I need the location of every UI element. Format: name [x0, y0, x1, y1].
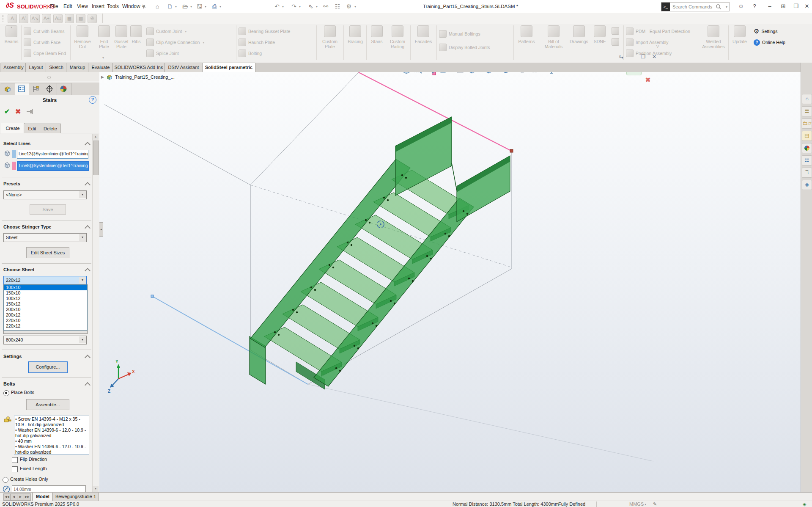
tab-solidworks-add-ins[interactable]: SOLIDWORKS Add-Ins — [112, 63, 165, 72]
tab-display-manager[interactable] — [57, 83, 71, 95]
undo-icon[interactable]: ↶ — [273, 2, 281, 11]
dropdown-caret-icon[interactable]: ▾ — [79, 277, 86, 284]
scroll-up-icon[interactable]: ▲ — [93, 134, 99, 140]
save-icon[interactable]: 🖫︎▣ — [195, 2, 204, 11]
ribbon-drawings-button[interactable]: Drawings — [568, 25, 590, 44]
confirm-cancel-overlay-button[interactable]: ✖ — [642, 75, 653, 85]
tab-assembly[interactable]: Assembly — [1, 63, 26, 72]
search-input[interactable]: Search Commands — [672, 3, 712, 11]
tab-feature-manager[interactable] — [1, 83, 16, 95]
left-stringer[interactable] — [250, 159, 410, 347]
open-document-icon[interactable]: 🗁︎▱ — [181, 2, 189, 11]
tab-dstv-assistant[interactable]: DStV Assistant — [164, 63, 203, 72]
magnet-mate-icon[interactable]: ⚯ — [321, 2, 330, 11]
report-options-icon[interactable]: ☷ — [333, 2, 342, 11]
scrollbar-thumb[interactable] — [93, 141, 99, 175]
option-220x12[interactable]: 220x12 — [4, 323, 87, 329]
select-cursor-icon[interactable]: ⇖ — [307, 2, 315, 11]
units-caret-icon[interactable]: ▴ — [645, 501, 646, 507]
select-lines-collapse-icon[interactable] — [85, 142, 91, 148]
configure-button[interactable]: Configure... — [28, 361, 68, 373]
stairs-3d-model[interactable] — [250, 117, 510, 389]
ribbon-cope-beam-end-button[interactable]: Cope Beam End — [24, 49, 66, 58]
weld-symbol-icon[interactable]: ✇︎ — [88, 14, 97, 23]
ribbon-cut-with-beams-button[interactable]: Cut with Beams — [24, 27, 65, 36]
user-profile-icon[interactable]: ☺ — [736, 2, 746, 11]
stringer-type-dropdown[interactable]: Sheet▾ — [3, 233, 87, 242]
ribbon-manual-boltings-button[interactable]: Manual Boltings — [439, 30, 480, 38]
tab-scroll-last-icon[interactable]: ▶▶ — [24, 493, 31, 501]
menu-view[interactable]: View — [74, 0, 91, 13]
dropdown-caret-icon[interactable]: ▾ — [79, 191, 86, 198]
dropdown-caret-icon[interactable]: ▾ — [79, 336, 86, 343]
note-pattern-icon[interactable]: A□ — [53, 14, 63, 23]
search-icon[interactable] — [716, 4, 721, 10]
ribbon-gusset-plate-button[interactable]: Gusset Plate — [112, 25, 130, 49]
ribbon-stairs-button[interactable]: Stairs — [369, 25, 385, 44]
design-library-icon[interactable]: ☰ — [802, 106, 812, 116]
note-add-icon[interactable]: A+ — [42, 14, 51, 23]
redo-icon[interactable]: ↷ — [290, 2, 298, 11]
tab-markup[interactable]: Markup — [66, 63, 89, 72]
help-icon[interactable]: ? — [749, 2, 760, 11]
view-orientation-cube-icon[interactable] — [484, 72, 494, 74]
ribbon-beams-button[interactable]: Beams▾ — [3, 25, 19, 44]
geometry-cube-icon[interactable]: ◈ — [802, 180, 812, 190]
confirm-ok-overlay-button[interactable]: ✔ — [626, 72, 642, 75]
new-document-icon[interactable]: 🗋︎▭ — [166, 2, 174, 11]
presets-collapse-icon[interactable] — [85, 182, 91, 188]
ribbon-bearing-gusset-plate-button[interactable]: Bearing Gusset Plate — [239, 27, 290, 36]
assemble-button[interactable]: Assemble... — [26, 399, 69, 410]
stringer-collapse-icon[interactable] — [85, 225, 91, 231]
view-palette-icon[interactable]: ▤ — [802, 131, 812, 141]
create-holes-only-radio[interactable] — [3, 477, 8, 483]
edit-sheet-sizes-button[interactable]: Edit Sheet Sizes — [26, 247, 69, 258]
file-explorer-icon[interactable]: 🗀︎▱ — [802, 118, 812, 129]
breadcrumb-arrow-icon[interactable]: ▶ — [101, 75, 104, 79]
bolt-stack-list[interactable]: • Screw EN 14399-4 - M12 x 35 - 10.9 - h… — [14, 416, 89, 455]
tab-scroll-next-icon[interactable]: ▶ — [17, 493, 24, 501]
menu-tools[interactable]: Tools — [104, 0, 121, 13]
ribbon-end-plate-button[interactable]: End Plate — [96, 25, 112, 49]
hatch-icon[interactable]: ▩ — [76, 14, 85, 23]
ribbon-bracing-button[interactable]: Bracing — [346, 25, 365, 44]
panel-help-icon[interactable]: ? — [89, 96, 96, 104]
section-cube-icon[interactable] — [467, 72, 477, 74]
restore-doc-icon[interactable]: ❐ — [639, 54, 648, 60]
previous-view-icon[interactable] — [437, 72, 447, 74]
tab-property-manager[interactable] — [15, 83, 30, 95]
home-icon[interactable]: ⌂ — [153, 2, 162, 11]
ribbon-ribs-button[interactable]: Ribs — [130, 25, 142, 44]
option-100x12[interactable]: 100x12 — [4, 296, 87, 301]
close-doc-icon[interactable]: ✕ — [650, 54, 659, 60]
ribbon-update-button[interactable]: Update — [730, 25, 749, 44]
tile-doc-icon[interactable]: ⇆ — [617, 54, 626, 60]
toolbar-drag-handle[interactable] — [3, 15, 5, 22]
tab-model[interactable]: Model — [32, 493, 53, 501]
pin-icon[interactable] — [26, 109, 33, 115]
option-220x10[interactable]: 220x10 — [4, 318, 87, 323]
custom-properties-icon[interactable]: ☷ — [802, 155, 812, 165]
minimize-button[interactable]: – — [765, 2, 775, 11]
export-stack-icon-2[interactable] — [612, 38, 619, 46]
tab-motion-study[interactable]: Bewegungsstudie 1 — [52, 493, 99, 501]
appearances-scenes-icon[interactable] — [802, 143, 812, 153]
tab-scroll-first-icon[interactable]: ◀◀ — [3, 493, 11, 501]
blue-line-endpoint-handle[interactable] — [151, 295, 154, 298]
ribbon-display-bolted-joints-button[interactable]: Display Bolted Joints — [439, 43, 490, 52]
ribbon-facades-button[interactable]: Facades — [413, 25, 434, 44]
tab-configuration-manager[interactable] — [29, 83, 44, 95]
view-settings-icon[interactable] — [547, 72, 556, 74]
note-group-icon[interactable]: ▦ — [65, 14, 74, 23]
cancel-x-button[interactable]: ✖ — [15, 107, 21, 116]
solidsteel-beam-icon[interactable]: ℸ — [802, 168, 812, 178]
tab-solidsteel-parametric[interactable]: SolidSteel parametric — [202, 63, 255, 72]
save-preset-button[interactable]: Save — [30, 204, 66, 215]
ribbon-cut-with-face-button[interactable]: Cut with Face — [24, 38, 60, 47]
document-tab[interactable]: ▶ Training_Part15_Creating_... — [101, 74, 175, 80]
tab-evaluate[interactable]: Evaluate — [88, 63, 113, 72]
sheet-size-dropdown[interactable]: 220x12▾ — [3, 276, 87, 285]
tab-scroll-prev-icon[interactable]: ◀ — [10, 493, 17, 501]
bolts-collapse-icon[interactable] — [85, 382, 91, 388]
panel-scrollbar[interactable]: ▲ ▼ — [92, 134, 99, 492]
